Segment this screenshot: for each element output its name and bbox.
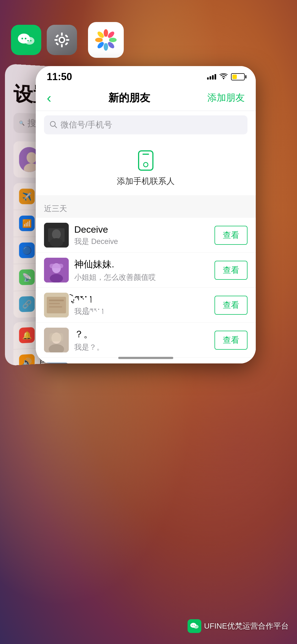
contact-name-3: ？。 [74,328,209,341]
svg-point-7 [60,38,64,42]
watermark-label: UFINE优梵运营合作平台 [204,621,289,631]
svg-point-19 [95,38,103,42]
svg-point-18 [104,43,108,51]
contact-info-0: Deceive 我是 Deceive [74,224,209,246]
svg-point-3 [25,38,26,39]
svg-point-34 [144,162,148,167]
search-placeholder: 微信号/手机号 [61,119,112,131]
app-switcher-bar: 照片 [0,22,297,58]
content-scroll[interactable]: 添加手机联系人 近三天 Deceive 我是 Dec [36,139,256,363]
contact-name-4: ？ [74,363,209,363]
svg-point-76 [194,625,195,626]
svg-rect-42 [50,264,63,268]
svg-rect-46 [49,303,60,304]
svg-point-77 [195,626,196,627]
search-container: 微信号/手机号 [36,111,256,139]
nav-title: 新的朋友 [108,91,150,105]
svg-rect-15 [65,42,68,46]
settings-app-icon[interactable] [47,25,77,55]
notifications-icon: 🔔 [19,327,35,343]
contact-info-1: 神仙妹妹. 小姐姐，怎么改善颜值哎 [74,258,209,282]
watermark-wechat-icon [188,619,201,633]
svg-point-2 [21,38,23,39]
contact-status-1: 小姐姐，怎么改善颜值哎 [74,272,209,282]
svg-point-38 [50,238,63,247]
wechat-app-icon[interactable] [11,25,41,55]
battery-fill [232,75,237,79]
svg-point-20 [109,38,117,42]
view-button-2[interactable]: 查看 [215,296,248,315]
vpn-icon: 🔗 [19,296,35,312]
contact-info-3: ？。 我是？。 [74,328,209,352]
svg-point-37 [52,229,61,239]
status-bar: 11:50 [36,66,256,85]
svg-rect-10 [54,39,58,41]
add-friend-button[interactable]: 添加朋友 [207,91,245,104]
svg-line-31 [55,126,57,128]
add-phone-contact-section[interactable]: 添加手机联系人 [36,139,256,195]
contact-avatar-3 [44,328,69,352]
back-button[interactable]: ‹ [47,90,51,106]
svg-point-25 [103,37,109,43]
view-button-3[interactable]: 查看 [215,331,248,350]
svg-point-78 [197,626,197,627]
svg-rect-51 [50,333,63,341]
svg-rect-13 [65,34,68,38]
contact-name-0: Deceive [74,224,209,235]
view-button-0[interactable]: 查看 [215,226,248,245]
svg-rect-45 [49,300,64,301]
search-bar[interactable]: 微信号/手机号 [44,115,248,134]
svg-rect-11 [66,39,69,41]
section-header-text: 近三天 [44,204,67,213]
svg-point-75 [192,625,193,626]
svg-point-4 [28,40,29,42]
contact-name-2: ཀྱེར་། [74,294,209,305]
contact-name-1: 神仙妹妹. [74,258,209,271]
wechat-screen: 11:50 ‹ 新的朋友 [36,66,256,363]
contact-avatar-0 [44,223,69,248]
search-icon [50,121,57,129]
contact-item-1: 神仙妹妹. 小姐姐，怎么改善颜值哎 查看 [36,253,256,288]
photos-app-icon[interactable] [88,22,124,58]
contact-status-2: 我是ཀྱེར་། [74,306,209,316]
svg-point-5 [30,40,32,42]
sounds-icon: 🔊 [19,354,35,366]
contact-item-3: ？。 我是？。 查看 [36,323,256,358]
wifi-status-icon [219,72,228,81]
phone-contact-icon [138,150,154,172]
contact-list: Deceive 我是 Deceive 查看 神仙妹妹. 小姐 [36,218,256,363]
home-indicator [118,357,173,359]
signal-bar-3 [212,75,214,80]
watermark: UFINE优梵运营合作平台 [188,619,289,633]
view-button-1[interactable]: 查看 [215,261,248,280]
contact-status-0: 我是 Deceive [74,237,209,246]
svg-rect-12 [56,34,59,38]
wifi-icon: 📶 [19,216,35,231]
search-icon: 🔍 [19,120,24,126]
svg-point-29 [223,78,224,79]
contact-info-4: ？ 变美 [74,363,209,363]
svg-point-17 [104,29,108,37]
contact-avatar-1 [44,258,69,282]
section-header-recent: 近三天 [36,200,256,218]
status-time: 11:50 [47,71,72,83]
airplane-icon: ✈️ [19,189,35,204]
svg-rect-14 [56,42,59,46]
contact-info-2: ཀྱེར་། 我是ཀྱེར་། [74,294,209,316]
signal-bar-2 [210,76,211,80]
svg-rect-44 [47,297,66,313]
svg-rect-9 [61,44,63,47]
signal-bars [207,74,216,80]
add-contact-label: 添加手机联系人 [117,176,175,187]
svg-rect-47 [49,306,62,308]
navigation-bar: ‹ 新的朋友 添加朋友 [36,85,256,111]
contact-avatar-2 [44,293,69,317]
status-icons [207,72,245,81]
svg-point-41 [50,274,63,282]
signal-bar-1 [207,77,209,80]
bluetooth-icon: 🔵 [19,242,35,258]
contact-item-0: Deceive 我是 Deceive 查看 [36,218,256,253]
cellular-icon: 📡 [19,269,35,285]
svg-rect-33 [142,154,149,155]
contact-status-3: 我是？。 [74,342,209,352]
